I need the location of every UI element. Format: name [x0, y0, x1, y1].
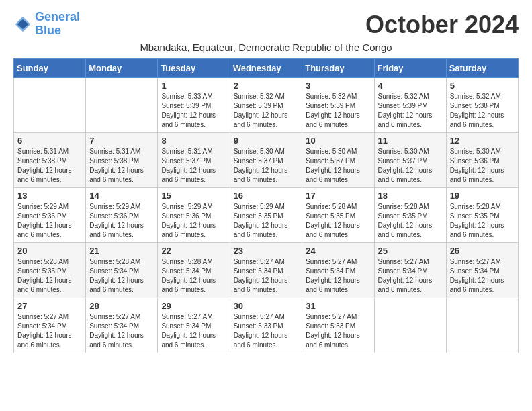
day-info: Sunrise: 5:32 AM Sunset: 5:39 PM Dayligh… — [234, 92, 299, 130]
day-number: 3 — [306, 81, 370, 91]
calendar-cell: 6Sunrise: 5:31 AM Sunset: 5:38 PM Daylig… — [14, 133, 86, 188]
day-number: 6 — [17, 136, 82, 146]
day-info: Sunrise: 5:29 AM Sunset: 5:36 PM Dayligh… — [17, 202, 82, 240]
calendar-cell: 17Sunrise: 5:28 AM Sunset: 5:35 PM Dayli… — [302, 188, 374, 243]
header-day: Thursday — [302, 59, 374, 78]
calendar-cell: 20Sunrise: 5:28 AM Sunset: 5:35 PM Dayli… — [14, 243, 86, 298]
day-info: Sunrise: 5:28 AM Sunset: 5:35 PM Dayligh… — [306, 202, 370, 240]
logo-line1: General — [35, 10, 80, 24]
calendar-cell: 21Sunrise: 5:28 AM Sunset: 5:34 PM Dayli… — [86, 243, 158, 298]
calendar-cell: 9Sunrise: 5:30 AM Sunset: 5:37 PM Daylig… — [230, 133, 302, 188]
header-day: Wednesday — [230, 59, 302, 78]
calendar-cell: 22Sunrise: 5:28 AM Sunset: 5:34 PM Dayli… — [158, 243, 230, 298]
calendar-cell: 16Sunrise: 5:29 AM Sunset: 5:35 PM Dayli… — [230, 188, 302, 243]
calendar-cell — [14, 78, 86, 133]
day-number: 24 — [306, 246, 370, 256]
header-day: Sunday — [14, 59, 86, 78]
day-number: 27 — [17, 301, 82, 311]
day-info: Sunrise: 5:27 AM Sunset: 5:33 PM Dayligh… — [306, 312, 370, 350]
calendar-cell: 2Sunrise: 5:32 AM Sunset: 5:39 PM Daylig… — [230, 78, 302, 133]
day-info: Sunrise: 5:30 AM Sunset: 5:37 PM Dayligh… — [306, 147, 370, 185]
day-number: 16 — [234, 191, 299, 201]
day-info: Sunrise: 5:30 AM Sunset: 5:37 PM Dayligh… — [234, 147, 299, 185]
calendar-cell: 11Sunrise: 5:30 AM Sunset: 5:37 PM Dayli… — [374, 133, 446, 188]
day-info: Sunrise: 5:28 AM Sunset: 5:35 PM Dayligh… — [378, 202, 443, 240]
calendar-cell: 25Sunrise: 5:27 AM Sunset: 5:34 PM Dayli… — [374, 243, 446, 298]
calendar-cell: 13Sunrise: 5:29 AM Sunset: 5:36 PM Dayli… — [14, 188, 86, 243]
calendar-cell: 23Sunrise: 5:27 AM Sunset: 5:34 PM Dayli… — [230, 243, 302, 298]
day-number: 29 — [161, 301, 226, 311]
day-info: Sunrise: 5:30 AM Sunset: 5:36 PM Dayligh… — [450, 147, 515, 185]
day-info: Sunrise: 5:32 AM Sunset: 5:39 PM Dayligh… — [378, 92, 443, 130]
calendar-cell: 30Sunrise: 5:27 AM Sunset: 5:33 PM Dayli… — [230, 298, 302, 353]
header-day: Tuesday — [158, 59, 230, 78]
calendar-cell: 28Sunrise: 5:27 AM Sunset: 5:34 PM Dayli… — [86, 298, 158, 353]
day-info: Sunrise: 5:29 AM Sunset: 5:36 PM Dayligh… — [89, 202, 154, 240]
header-row: SundayMondayTuesdayWednesdayThursdayFrid… — [14, 59, 519, 78]
day-info: Sunrise: 5:27 AM Sunset: 5:34 PM Dayligh… — [234, 257, 299, 295]
calendar-table: SundayMondayTuesdayWednesdayThursdayFrid… — [13, 58, 519, 353]
calendar-cell: 26Sunrise: 5:27 AM Sunset: 5:34 PM Dayli… — [446, 243, 518, 298]
day-number: 19 — [450, 191, 515, 201]
day-info: Sunrise: 5:28 AM Sunset: 5:35 PM Dayligh… — [17, 257, 82, 295]
day-number: 11 — [378, 136, 443, 146]
day-number: 30 — [234, 301, 299, 311]
calendar-cell: 1Sunrise: 5:33 AM Sunset: 5:39 PM Daylig… — [158, 78, 230, 133]
calendar-cell: 29Sunrise: 5:27 AM Sunset: 5:34 PM Dayli… — [158, 298, 230, 353]
day-number: 28 — [89, 301, 154, 311]
subtitle: Mbandaka, Equateur, Democratic Republic … — [13, 42, 519, 53]
day-number: 9 — [234, 136, 299, 146]
day-number: 26 — [450, 246, 515, 256]
day-number: 1 — [161, 81, 226, 91]
day-info: Sunrise: 5:28 AM Sunset: 5:35 PM Dayligh… — [450, 202, 515, 240]
logo: General Blue — [13, 11, 80, 38]
day-info: Sunrise: 5:28 AM Sunset: 5:34 PM Dayligh… — [161, 257, 226, 295]
calendar-cell: 5Sunrise: 5:32 AM Sunset: 5:38 PM Daylig… — [446, 78, 518, 133]
calendar-cell: 27Sunrise: 5:27 AM Sunset: 5:34 PM Dayli… — [14, 298, 86, 353]
calendar-week-row: 6Sunrise: 5:31 AM Sunset: 5:38 PM Daylig… — [14, 133, 519, 188]
day-info: Sunrise: 5:27 AM Sunset: 5:34 PM Dayligh… — [378, 257, 443, 295]
day-info: Sunrise: 5:32 AM Sunset: 5:39 PM Dayligh… — [306, 92, 370, 130]
calendar-cell: 12Sunrise: 5:30 AM Sunset: 5:36 PM Dayli… — [446, 133, 518, 188]
day-number: 17 — [306, 191, 370, 201]
day-info: Sunrise: 5:30 AM Sunset: 5:37 PM Dayligh… — [378, 147, 443, 185]
calendar-cell: 3Sunrise: 5:32 AM Sunset: 5:39 PM Daylig… — [302, 78, 374, 133]
title-block: October 2024 — [365, 11, 519, 39]
day-info: Sunrise: 5:29 AM Sunset: 5:36 PM Dayligh… — [161, 202, 226, 240]
day-info: Sunrise: 5:31 AM Sunset: 5:37 PM Dayligh… — [161, 147, 226, 185]
header-day: Monday — [86, 59, 158, 78]
day-number: 23 — [234, 246, 299, 256]
day-info: Sunrise: 5:31 AM Sunset: 5:38 PM Dayligh… — [17, 147, 82, 185]
calendar-cell: 14Sunrise: 5:29 AM Sunset: 5:36 PM Dayli… — [86, 188, 158, 243]
day-number: 22 — [161, 246, 226, 256]
day-number: 8 — [161, 136, 226, 146]
day-number: 4 — [378, 81, 443, 91]
day-info: Sunrise: 5:27 AM Sunset: 5:34 PM Dayligh… — [17, 312, 82, 350]
day-info: Sunrise: 5:27 AM Sunset: 5:34 PM Dayligh… — [306, 257, 370, 295]
day-info: Sunrise: 5:33 AM Sunset: 5:39 PM Dayligh… — [161, 92, 226, 130]
day-info: Sunrise: 5:27 AM Sunset: 5:34 PM Dayligh… — [450, 257, 515, 295]
page-header: General Blue October 2024 — [13, 11, 519, 39]
day-info: Sunrise: 5:32 AM Sunset: 5:38 PM Dayligh… — [450, 92, 515, 130]
calendar-cell — [86, 78, 158, 133]
day-number: 2 — [234, 81, 299, 91]
day-number: 20 — [17, 246, 82, 256]
day-number: 25 — [378, 246, 443, 256]
day-number: 13 — [17, 191, 82, 201]
day-info: Sunrise: 5:27 AM Sunset: 5:33 PM Dayligh… — [234, 312, 299, 350]
logo-line2: Blue — [35, 24, 61, 37]
day-number: 18 — [378, 191, 443, 201]
header-day: Friday — [374, 59, 446, 78]
calendar-cell: 15Sunrise: 5:29 AM Sunset: 5:36 PM Dayli… — [158, 188, 230, 243]
calendar-cell: 18Sunrise: 5:28 AM Sunset: 5:35 PM Dayli… — [374, 188, 446, 243]
calendar-week-row: 1Sunrise: 5:33 AM Sunset: 5:39 PM Daylig… — [14, 78, 519, 133]
day-number: 14 — [89, 191, 154, 201]
day-number: 7 — [89, 136, 154, 146]
calendar-week-row: 27Sunrise: 5:27 AM Sunset: 5:34 PM Dayli… — [14, 298, 519, 353]
day-info: Sunrise: 5:27 AM Sunset: 5:34 PM Dayligh… — [161, 312, 226, 350]
logo-icon — [13, 15, 32, 34]
calendar-cell: 7Sunrise: 5:31 AM Sunset: 5:38 PM Daylig… — [86, 133, 158, 188]
day-number: 31 — [306, 301, 370, 311]
calendar-cell — [374, 298, 446, 353]
calendar-week-row: 13Sunrise: 5:29 AM Sunset: 5:36 PM Dayli… — [14, 188, 519, 243]
